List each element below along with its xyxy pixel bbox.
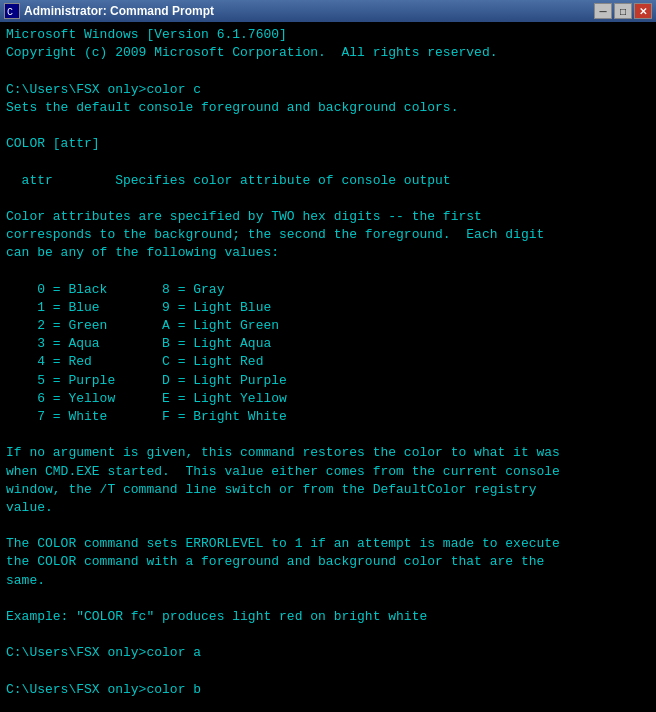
maximize-button[interactable]: □ — [614, 3, 632, 19]
svg-text:C: C — [7, 7, 13, 18]
title-bar-buttons: ─ □ ✕ — [594, 3, 652, 19]
console-output[interactable]: Microsoft Windows [Version 6.1.7600] Cop… — [0, 22, 656, 712]
close-button[interactable]: ✕ — [634, 3, 652, 19]
minimize-button[interactable]: ─ — [594, 3, 612, 19]
title-bar: C Administrator: Command Prompt ─ □ ✕ — [0, 0, 656, 22]
title-bar-left: C Administrator: Command Prompt — [4, 3, 214, 19]
cmd-icon: C — [4, 3, 20, 19]
cmd-window: C Administrator: Command Prompt ─ □ ✕ Mi… — [0, 0, 656, 712]
window-title: Administrator: Command Prompt — [24, 4, 214, 18]
